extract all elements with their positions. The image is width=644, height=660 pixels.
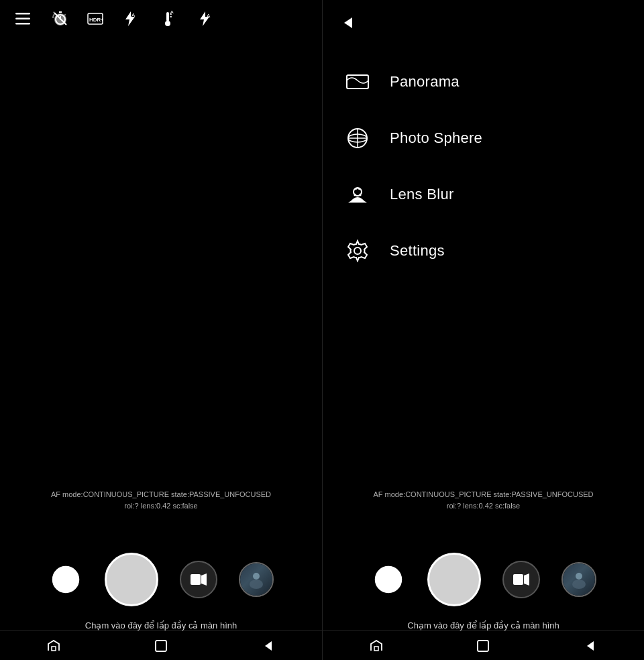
gallery-button-left[interactable] [239, 562, 274, 597]
video-button-left[interactable] [180, 561, 217, 598]
recents-button-right[interactable] [360, 631, 392, 661]
svg-point-21 [253, 573, 260, 580]
svg-marker-20 [201, 573, 207, 586]
settings-label: Settings [390, 242, 445, 260]
lens-blur-menu-item[interactable]: Lens Blur [339, 166, 628, 223]
rotate-camera-button-right[interactable] [371, 562, 406, 597]
svg-rect-9 [166, 12, 169, 21]
svg-text:A: A [170, 11, 174, 14]
svg-point-40 [576, 573, 582, 580]
home-button-right[interactable] [467, 631, 499, 661]
bottom-controls-left [0, 553, 322, 606]
bottom-hint-right[interactable]: Chạm vào đây để lấp đầy cả màn hình [323, 620, 644, 630]
svg-marker-39 [524, 573, 529, 586]
top-bar-left: HDR+ A A A [0, 0, 322, 38]
svg-text:A: A [131, 12, 136, 18]
af-debug-right: AF mode:CONTINUOUS_PICTURE state:PASSIVE… [323, 489, 644, 512]
svg-text:A: A [207, 13, 211, 19]
gallery-button-right[interactable] [561, 562, 596, 597]
video-button-right[interactable] [502, 561, 540, 598]
back-button-left[interactable] [252, 631, 284, 661]
svg-point-16 [53, 567, 78, 592]
svg-point-22 [250, 580, 263, 589]
back-arrow-button[interactable] [333, 9, 360, 36]
svg-rect-19 [191, 574, 201, 585]
right-panel: Panorama Photo Sphere [322, 0, 644, 660]
settings-menu-item[interactable]: Settings [339, 223, 628, 279]
wb-button[interactable]: A [156, 7, 180, 31]
svg-point-34 [354, 248, 361, 254]
shutter-button-left[interactable] [105, 553, 158, 606]
svg-rect-0 [15, 13, 30, 15]
menu-button[interactable] [11, 7, 35, 31]
gallery-thumbnail-right [563, 563, 595, 596]
svg-rect-28 [347, 75, 368, 89]
svg-rect-2 [15, 23, 30, 25]
timer-off-button[interactable] [48, 7, 72, 31]
panorama-label: Panorama [390, 73, 460, 91]
svg-marker-44 [587, 641, 594, 651]
svg-text:HDR+: HDR+ [89, 17, 103, 23]
svg-point-10 [165, 21, 170, 26]
bottom-hint-left[interactable]: Chạm vào đây để lấp đầy cả màn hình [0, 620, 322, 630]
home-button-left[interactable] [145, 631, 177, 661]
nav-bar-left [0, 630, 322, 660]
flash-a-button[interactable]: A [193, 7, 217, 31]
svg-rect-43 [478, 641, 488, 651]
af-debug-left: AF mode:CONTINUOUS_PICTURE state:PASSIVE… [0, 489, 322, 512]
svg-rect-24 [156, 641, 166, 651]
panorama-icon [344, 68, 371, 95]
svg-rect-38 [513, 574, 523, 585]
rotate-camera-button[interactable] [48, 562, 83, 597]
svg-marker-25 [265, 641, 272, 651]
back-button-right[interactable] [574, 631, 606, 661]
svg-rect-23 [52, 647, 56, 651]
svg-rect-1 [15, 18, 30, 20]
bottom-controls-right [323, 553, 644, 606]
flash-mode-button[interactable]: A [118, 7, 142, 31]
nav-bar-right [323, 630, 644, 660]
settings-icon [344, 237, 371, 264]
gallery-thumbnail-left [240, 563, 272, 596]
photo-sphere-icon [344, 125, 371, 152]
left-panel: HDR+ A A A [0, 0, 322, 660]
hdr-button[interactable]: HDR+ [86, 7, 105, 31]
svg-marker-26 [344, 17, 352, 28]
svg-point-35 [376, 567, 401, 592]
lens-blur-icon [344, 181, 371, 208]
photo-sphere-label: Photo Sphere [390, 129, 482, 147]
photo-sphere-menu-item[interactable]: Photo Sphere [339, 110, 628, 166]
recents-button-left[interactable] [38, 631, 70, 661]
svg-rect-42 [374, 647, 378, 651]
panorama-menu-item[interactable]: Panorama [339, 54, 628, 110]
shutter-button-right[interactable] [427, 553, 481, 606]
lens-blur-label: Lens Blur [390, 186, 454, 203]
svg-point-41 [572, 580, 586, 589]
camera-mode-menu: Panorama Photo Sphere [323, 54, 644, 279]
